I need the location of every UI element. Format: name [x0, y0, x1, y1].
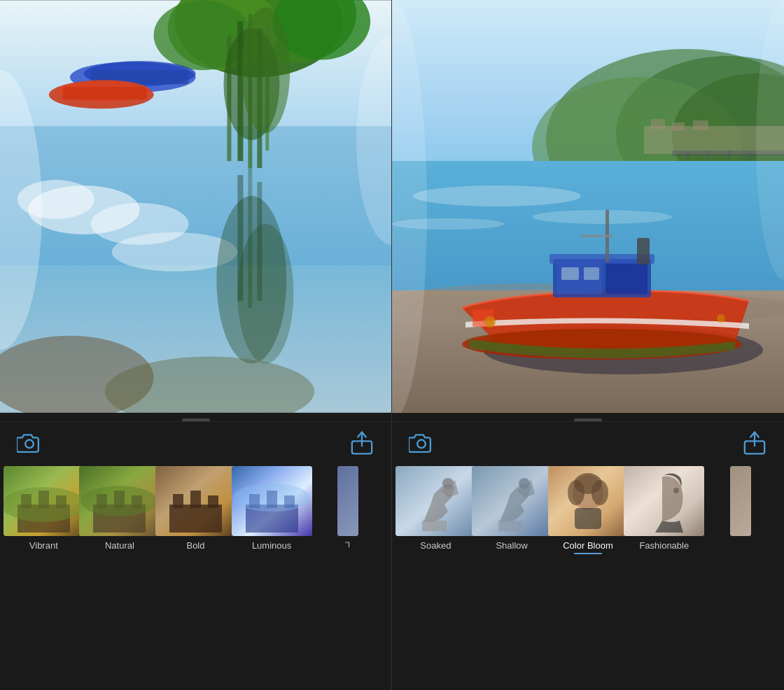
left-panel: Vibrant	[0, 0, 392, 690]
natural-thumb-image	[79, 466, 160, 536]
filter-thumb-partial-right	[730, 466, 751, 536]
right-camera-button[interactable]	[409, 430, 434, 456]
filter-item-vibrant[interactable]: Vibrant	[6, 463, 82, 551]
svg-point-35	[25, 439, 34, 448]
svg-rect-111	[422, 521, 447, 531]
svg-rect-56	[190, 491, 201, 508]
svg-point-102	[717, 314, 725, 323]
svg-rect-57	[208, 495, 218, 508]
vibrant-thumb-image	[4, 466, 84, 536]
filter-thumb-partial-left	[337, 466, 358, 536]
filter-label-partial-left: "I	[345, 540, 350, 549]
left-watercolor-image	[0, 0, 391, 413]
partial-thumb-image	[337, 466, 358, 536]
filter-thumb-bold	[155, 466, 236, 536]
right-camera-icon	[409, 430, 434, 456]
filter-item-luminous[interactable]: Luminous	[234, 463, 310, 551]
left-action-bar	[0, 421, 391, 463]
filter-thumb-luminous	[232, 466, 312, 536]
filter-label-shallow: Shallow	[496, 540, 528, 551]
app-container: Vibrant	[0, 0, 784, 690]
svg-rect-123	[575, 508, 601, 529]
shallow-thumb-image	[472, 466, 552, 536]
filter-label-natural: Natural	[105, 540, 134, 551]
svg-point-15	[241, 8, 290, 134]
svg-rect-94	[561, 267, 579, 280]
filter-thumb-colorbloom	[548, 466, 629, 536]
svg-point-105	[417, 439, 426, 448]
left-camera-button[interactable]	[17, 430, 42, 456]
filter-label-soaked: Soaked	[420, 540, 451, 551]
left-share-button[interactable]	[349, 430, 374, 456]
bold-thumb-image	[155, 466, 236, 536]
svg-rect-74	[672, 122, 685, 131]
svg-point-101	[484, 316, 496, 328]
svg-rect-115	[498, 521, 523, 531]
filter-item-partial-right[interactable]	[702, 463, 778, 536]
fashionable-thumb-image	[624, 466, 704, 536]
filter-thumb-soaked	[396, 466, 476, 536]
filter-colorbloom-underline	[574, 553, 602, 554]
svg-point-126	[673, 488, 679, 493]
svg-rect-54	[169, 505, 222, 533]
left-image-area[interactable]	[0, 0, 391, 413]
svg-rect-99	[637, 238, 650, 265]
filter-item-fashionable[interactable]: Fashionable	[626, 463, 702, 551]
partial-right-thumb-image	[730, 466, 751, 536]
right-filters-row: Soaked	[392, 463, 784, 558]
colorbloom-thumb-image	[548, 466, 629, 536]
right-share-button[interactable]	[742, 430, 767, 456]
filter-thumb-vibrant	[4, 466, 84, 536]
right-action-bar	[392, 421, 784, 463]
filter-thumb-fashionable	[624, 466, 704, 536]
right-image-area[interactable]	[392, 0, 784, 413]
svg-rect-55	[173, 494, 183, 508]
filter-label-bold: Bold	[186, 540, 204, 551]
right-watercolor-image	[392, 0, 784, 413]
filter-label-colorbloom: Color Bloom	[563, 540, 613, 551]
left-share-icon	[349, 430, 374, 456]
svg-point-122	[592, 480, 608, 505]
filter-item-partial-left[interactable]: "I	[309, 463, 386, 549]
left-bottom-strip: Vibrant	[0, 413, 391, 690]
svg-rect-95	[584, 267, 599, 280]
right-panel: Soaked	[392, 0, 784, 690]
svg-rect-98	[581, 234, 612, 237]
filter-item-soaked[interactable]: Soaked	[398, 463, 474, 551]
right-bottom-strip: Soaked	[392, 413, 784, 690]
soaked-thumb-image	[396, 466, 476, 536]
filter-item-natural[interactable]: Natural	[82, 463, 158, 551]
svg-point-83	[532, 210, 672, 224]
filter-label-luminous: Luminous	[252, 540, 291, 551]
svg-point-64	[233, 484, 310, 512]
svg-point-30	[237, 224, 293, 364]
left-camera-icon	[17, 430, 42, 456]
right-share-icon	[742, 430, 767, 456]
filter-thumb-natural	[79, 466, 160, 536]
svg-point-51	[80, 486, 158, 516]
svg-point-44	[4, 487, 84, 522]
left-filters-row: Vibrant	[0, 463, 391, 558]
luminous-thumb-image	[232, 466, 312, 536]
svg-point-82	[413, 185, 581, 206]
filter-label-fashionable: Fashionable	[639, 540, 689, 551]
filter-label-vibrant: Vibrant	[29, 540, 58, 551]
svg-rect-128	[730, 466, 751, 536]
svg-rect-24	[63, 87, 147, 99]
svg-rect-75	[693, 120, 708, 130]
filter-item-bold[interactable]: Bold	[158, 463, 234, 551]
svg-rect-66	[337, 466, 358, 536]
filter-thumb-shallow	[472, 466, 552, 536]
svg-point-121	[568, 480, 584, 505]
svg-rect-73	[651, 119, 665, 129]
filter-item-shallow[interactable]: Shallow	[474, 463, 550, 551]
filter-item-colorbloom[interactable]: Color Bloom	[550, 463, 626, 554]
svg-rect-93	[606, 262, 648, 294]
